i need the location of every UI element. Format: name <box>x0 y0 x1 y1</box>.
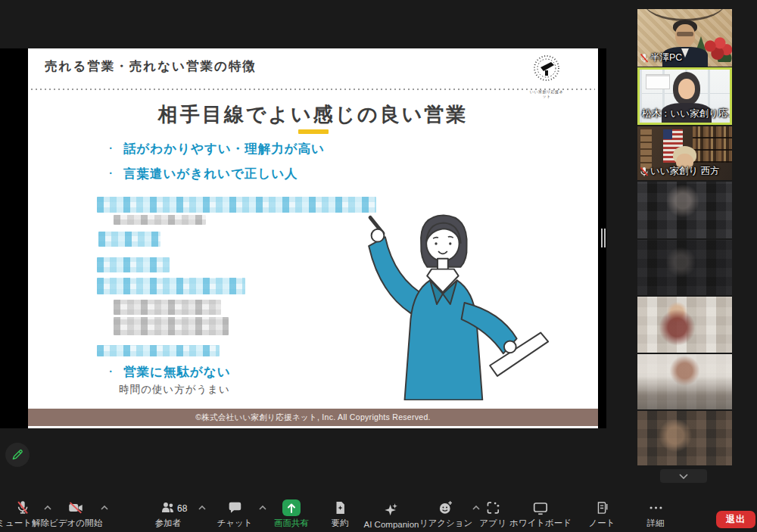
whiteboard-button[interactable]: ホワイトボード <box>509 499 572 529</box>
participants-icon <box>160 499 176 516</box>
blurred-video <box>637 182 732 238</box>
reactions-smiley-icon <box>438 499 454 516</box>
blurred-video <box>637 411 732 465</box>
start-video-label: ビデオの開始 <box>49 518 102 529</box>
whiteboard-label: ホワイトボード <box>509 518 572 529</box>
whiteboard-icon <box>531 499 550 516</box>
more-label: 詳細 <box>647 518 665 529</box>
chevron-down-icon <box>679 474 688 479</box>
slide-copyright: ©株式会社いい家創り応援ネット, Inc. All Copyrights Res… <box>28 409 598 426</box>
meeting-toolbar: ミュート解除 ビデオの開始 <box>0 499 757 532</box>
heading-accent-bar <box>298 129 329 134</box>
bullet-item-bottom: ・営業に無駄がない <box>106 364 231 381</box>
company-logo-emblem <box>531 54 562 86</box>
video-tile-matsuki-active-speaker[interactable]: 松木：いい家創り応... <box>637 67 732 125</box>
participants-options-chevron[interactable] <box>198 499 206 513</box>
participant-name: 半澤PC <box>650 51 682 64</box>
share-screen-label: 画面共有 <box>274 518 309 529</box>
blurred-video <box>637 240 732 295</box>
slide-heading: 相手目線でよい感じの良い営業 <box>28 101 598 128</box>
bullet-dot: ・ <box>106 168 116 179</box>
bullet-dot: ・ <box>106 366 116 377</box>
blurred-text-block <box>97 278 245 294</box>
zoom-meeting-window: 売れる営業・売れない営業の特徴 いい家創り応援ネット 相手目線でよい感じの良い営… <box>0 0 757 532</box>
video-tile-nishikata[interactable]: いい家創り 西方 <box>637 126 732 180</box>
participant-name-label: いい家創り 西方 <box>640 165 720 178</box>
scroll-more-participants-button[interactable] <box>660 469 707 483</box>
video-art <box>663 129 672 139</box>
muted-mic-icon <box>640 166 649 177</box>
more-dots-icon <box>647 499 664 516</box>
blurred-text-block <box>114 300 221 315</box>
start-video-button[interactable]: ビデオの開始 <box>49 499 102 529</box>
video-tile-blurred[interactable] <box>637 182 732 238</box>
participant-name: いい家創り 西方 <box>650 165 720 178</box>
blurred-video <box>637 354 732 409</box>
video-art <box>646 74 670 89</box>
video-art <box>693 126 732 163</box>
apps-button[interactable]: アプリ <box>479 499 506 529</box>
blurred-text-block <box>114 215 206 225</box>
blurred-text-block <box>97 345 220 356</box>
video-art <box>681 48 689 58</box>
participant-count: 68 <box>177 503 187 514</box>
notes-icon <box>594 499 609 516</box>
leave-meeting-button[interactable]: 退出 <box>716 511 755 528</box>
share-screen-button[interactable]: 画面共有 <box>274 499 309 529</box>
ai-companion-star-icon <box>382 502 400 518</box>
chat-label: チャット <box>217 518 252 529</box>
video-art <box>678 79 695 99</box>
chat-icon <box>226 499 243 516</box>
video-options-chevron[interactable] <box>101 499 108 513</box>
participants-label: 参加者 <box>155 518 182 529</box>
company-logo-caption: いい家創り応援ネット <box>528 89 565 98</box>
muted-mic-icon <box>640 53 649 64</box>
bullet-item-1: ・話がわかりやすい・理解力が高い <box>106 141 325 157</box>
summary-doc-icon <box>332 499 347 516</box>
muted-mic-icon <box>14 499 31 516</box>
video-tile-hanzawa[interactable]: 半澤PC <box>637 9 732 67</box>
presentation-slide: 売れる営業・売れない営業の特徴 いい家創り応援ネット 相手目線でよい感じの良い営… <box>28 48 598 428</box>
bullet-dot: ・ <box>106 143 116 154</box>
pencil-icon <box>11 449 23 461</box>
share-screen-icon <box>282 499 301 516</box>
notes-label: ノート <box>588 518 615 529</box>
video-tile-blurred[interactable] <box>637 240 732 295</box>
unmute-button[interactable]: ミュート解除 <box>0 499 49 529</box>
ai-companion-label: AI Companion <box>364 520 419 529</box>
shared-screen-region: 売れる営業・売れない営業の特徴 いい家創り応援ネット 相手目線でよい感じの良い営… <box>0 48 606 428</box>
notes-button[interactable]: ノート <box>588 499 615 529</box>
participant-name-label: 半澤PC <box>640 51 682 64</box>
summary-button[interactable]: 要約 <box>332 499 349 529</box>
video-off-icon <box>67 499 85 516</box>
chat-button[interactable]: チャット <box>217 499 252 529</box>
dotted-divider <box>31 89 595 90</box>
participant-name: 松木：いい家創り応... <box>642 107 732 120</box>
apps-label: アプリ <box>479 518 506 529</box>
bullet-text: 言葉遣いがきれいで正しい人 <box>123 166 298 180</box>
blurred-text-block <box>97 197 376 213</box>
annotate-button[interactable] <box>5 443 30 467</box>
more-button[interactable]: 詳細 <box>647 499 665 529</box>
blurred-text-block <box>114 317 229 335</box>
reactions-label: リアクション <box>419 518 473 529</box>
apps-icon <box>484 499 501 516</box>
video-tile-blurred[interactable] <box>637 297 732 353</box>
chat-options-chevron[interactable] <box>259 499 266 513</box>
bullet-text: 話がわかりやすい・理解力が高い <box>123 142 325 155</box>
video-tile-blurred[interactable] <box>637 411 732 465</box>
panel-resize-handle[interactable] <box>600 228 607 248</box>
bullet-text: 営業に無駄がない <box>123 365 231 378</box>
unmute-label: ミュート解除 <box>0 518 49 529</box>
ai-companion-button[interactable]: AI Companion <box>364 502 419 529</box>
summary-label: 要約 <box>332 518 349 529</box>
blurred-text-block <box>97 257 170 272</box>
participant-name-label: 松木：いい家創り応... <box>642 107 732 120</box>
blurred-text-block <box>98 232 160 247</box>
bullet-item-2: ・言葉遣いがきれいで正しい人 <box>106 166 298 182</box>
presenter-illustration <box>318 213 557 400</box>
blurred-video <box>637 297 732 353</box>
reactions-button[interactable]: リアクション <box>419 499 473 529</box>
bullet-subtext: 時間の使い方がうまい <box>119 383 230 397</box>
video-tile-blurred[interactable] <box>637 354 732 409</box>
